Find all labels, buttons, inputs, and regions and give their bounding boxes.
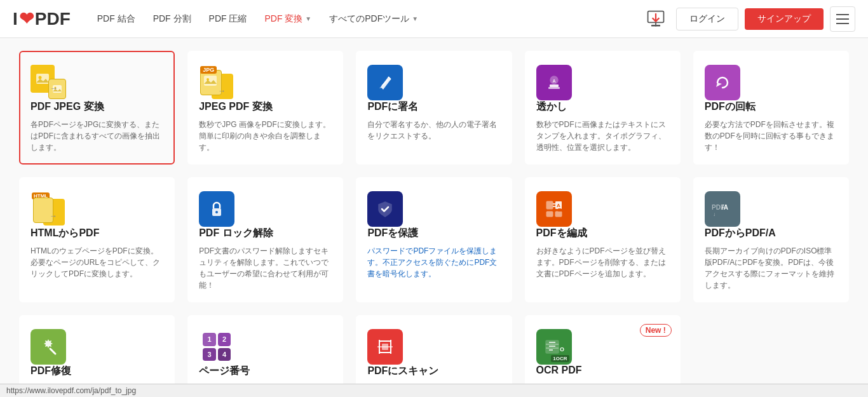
tool-title-pdfa: PDFからPDF/A — [705, 227, 837, 240]
logo-heart: ❤ — [19, 8, 34, 29]
scan-icon — [367, 329, 403, 365]
menu-bar-3 — [836, 23, 849, 24]
pdfa-icon: PDF ↓ /A — [705, 191, 740, 227]
nav-item-all-tools[interactable]: すべてのPDFツール ▼ — [322, 8, 426, 30]
tool-card-sign[interactable]: PDFに署名 自分で署名するか、他の人の電子署名をリクエストする。 — [356, 51, 512, 165]
tool-desc-pdfa: 長期アーカイブ向けのPDFのISO標準版PDF/AにPDFを変換。PDFは、今後… — [705, 245, 837, 291]
tool-card-html-pdf[interactable]: HTML → HTMLからPDF HTMLのウェブページをPDFに変換。必要なペ… — [19, 177, 175, 302]
edit-icon: A B — [536, 191, 572, 227]
tool-title-scan: PDFにスキャン — [367, 365, 500, 378]
num-cell-3: 3 — [203, 348, 216, 361]
tool-title-jpeg-pdf: JPEG PDF 変換 — [199, 100, 332, 114]
tool-title-protect: PDFを保護 — [367, 227, 500, 240]
svg-text:↓: ↓ — [713, 212, 715, 217]
tool-card-pdfa[interactable]: PDF ↓ /A PDFからPDF/A 長期アーカイブ向けのPDFのISO標準版… — [693, 177, 849, 302]
svg-point-15 — [215, 211, 218, 213]
tool-card-ocr[interactable]: New ! OCR 1OCR OCR PDF — [525, 315, 681, 394]
tool-card-page-num[interactable]: 1 2 3 4 ページ番号 — [187, 315, 343, 394]
tool-title-sign: PDFに署名 — [367, 100, 500, 114]
login-button[interactable]: ログイン — [676, 8, 738, 30]
page-num-icon: 1 2 3 4 — [199, 329, 234, 365]
pen-icon — [376, 73, 395, 92]
svg-text:B: B — [558, 207, 562, 213]
download-desktop-button[interactable] — [642, 5, 670, 33]
num-cell-4: 4 — [218, 348, 231, 361]
tool-title-watermark: 透かし — [536, 100, 669, 114]
tool-desc-rotate: 必要な方法でPDFを回転させます。複数のPDFを同時に回転する事もできます！ — [705, 119, 837, 153]
repair-svg-icon — [39, 337, 58, 356]
tool-card-repair[interactable]: PDF修復 — [19, 315, 175, 394]
svg-rect-18 — [546, 212, 553, 217]
nav-item-merge[interactable]: PDF 結合 — [90, 8, 143, 30]
arrow-icon-3: → — [50, 212, 57, 220]
main-content: → PDF JPEG 変換 各PDFページをJPGに変換する、またはPDFに含ま… — [0, 38, 868, 397]
lock-icon — [199, 191, 234, 227]
nav-label-merge: PDF 結合 — [97, 13, 135, 25]
menu-bar-2 — [836, 18, 849, 20]
main-nav: PDF 結合 PDF 分割 PDF 圧縮 PDF 変換 ▼ すべてのPDFツール… — [90, 8, 642, 30]
num-cell-2: 2 — [218, 333, 231, 346]
tool-card-unlock[interactable]: PDF ロック解除 PDF文書のパスワード解除しますセキュリティを解除します。こ… — [187, 177, 343, 302]
scan-svg-icon — [376, 337, 395, 356]
svg-rect-16 — [546, 201, 553, 209]
lock-svg-icon — [207, 199, 226, 219]
tool-desc-pdf-jpeg: 各PDFページをJPGに変換する、またはPDFに含まれるすべての画像を抽出します… — [31, 119, 163, 153]
jpg-badge: JPG — [200, 66, 217, 74]
num-cell-1: 1 — [203, 333, 216, 346]
tool-card-scan[interactable]: PDFにスキャン — [356, 315, 512, 394]
chevron-down-icon: ▼ — [305, 15, 311, 22]
svg-point-5 — [39, 76, 42, 79]
nav-item-compress[interactable]: PDF 圧縮 — [201, 8, 255, 30]
tool-title-rotate: PDFの回転 — [705, 100, 837, 114]
tool-title-ocr: OCR PDF — [536, 365, 669, 376]
tool-title-repair: PDF修復 — [31, 365, 163, 378]
download-desktop-icon — [646, 9, 666, 29]
svg-text:OCR: OCR — [560, 346, 564, 353]
tool-desc-watermark: 数秒でPDFに画像またはテキストにスタンプを入れます。タイポグラフィ、透明性、位… — [536, 119, 669, 153]
html-pdf-icon-wrap: HTML → — [31, 191, 66, 227]
rotate-svg-icon — [713, 73, 732, 92]
pdfa-svg-icon: PDF ↓ /A — [712, 199, 733, 219]
ocr-svg-icon: OCR — [544, 337, 564, 356]
hamburger-menu-button[interactable] — [830, 6, 855, 32]
logo-pdf: PDF — [35, 9, 71, 29]
tool-title-unlock: PDF ロック解除 — [199, 227, 332, 240]
menu-bar-1 — [836, 14, 849, 15]
ocr-icon: OCR 1OCR — [536, 329, 572, 365]
img-stack-icon — [203, 74, 217, 87]
header: I❤PDF PDF 結合 PDF 分割 PDF 圧縮 PDF 変換 ▼ すべての… — [0, 0, 868, 38]
shield-svg-icon — [376, 199, 395, 219]
nav-item-convert[interactable]: PDF 変換 ▼ — [257, 8, 319, 30]
svg-rect-8 — [204, 76, 217, 86]
signup-button[interactable]: サインアップ — [745, 8, 824, 30]
jpeg-pdf-icon-wrap: JPG → — [199, 65, 234, 100]
new-badge: New ! — [640, 324, 672, 337]
tools-grid: → PDF JPEG 変換 各PDFページをJPGに変換する、またはPDFに含ま… — [19, 51, 849, 394]
arrow-icon: → — [50, 83, 58, 93]
tool-card-jpeg-pdf[interactable]: JPG → JPEG PDF 変換 数秒でJPG 画像をPDFに変換します。簡単… — [187, 51, 343, 165]
nav-label-convert: PDF 変換 — [264, 13, 302, 25]
tool-card-rotate[interactable]: PDFの回転 必要な方法でPDFを回転させます。複数のPDFを同時に回転する事も… — [693, 51, 849, 165]
tool-title-pdf-jpeg: PDF JPEG 変換 — [31, 100, 163, 114]
repair-icon — [31, 329, 66, 365]
stamp-icon: A — [545, 73, 564, 92]
arrow-icon-2: → — [218, 86, 226, 95]
svg-rect-10 — [550, 84, 559, 87]
header-right: ログイン サインアップ — [642, 5, 855, 33]
tool-desc-jpeg-pdf: 数秒でJPG 画像をPDFに変換します。簡単に印刷の向きや余白を調整します。 — [199, 119, 332, 153]
nav-item-split[interactable]: PDF 分割 — [146, 8, 199, 30]
watermark-icon: A — [536, 65, 572, 100]
svg-rect-11 — [548, 87, 560, 89]
edit-svg-icon: A B — [544, 199, 564, 219]
tool-title-page-num: ページ番号 — [199, 365, 332, 378]
tool-card-edit[interactable]: A B PDFを編成 お好きなようにPDFページを並び替えます。PDFページを削… — [525, 177, 681, 302]
tool-card-protect[interactable]: PDFを保護 パスワードでPDFファイルを保護します。不正アクセスを防ぐためにP… — [356, 177, 512, 302]
nav-label-all-tools: すべてのPDFツール — [329, 13, 409, 25]
rotate-icon — [705, 65, 740, 100]
nav-label-split: PDF 分割 — [153, 13, 191, 25]
tool-card-watermark[interactable]: A 透かし 数秒でPDFに画像またはテキストにスタンプを入れます。タイポグラフィ… — [525, 51, 681, 165]
sign-icon — [367, 65, 403, 100]
logo[interactable]: I❤PDF — [13, 8, 71, 29]
pdf-jpeg-icon: → — [31, 65, 66, 100]
tool-card-pdf-jpeg[interactable]: → PDF JPEG 変換 各PDFページをJPGに変換する、またはPDFに含ま… — [19, 51, 175, 165]
